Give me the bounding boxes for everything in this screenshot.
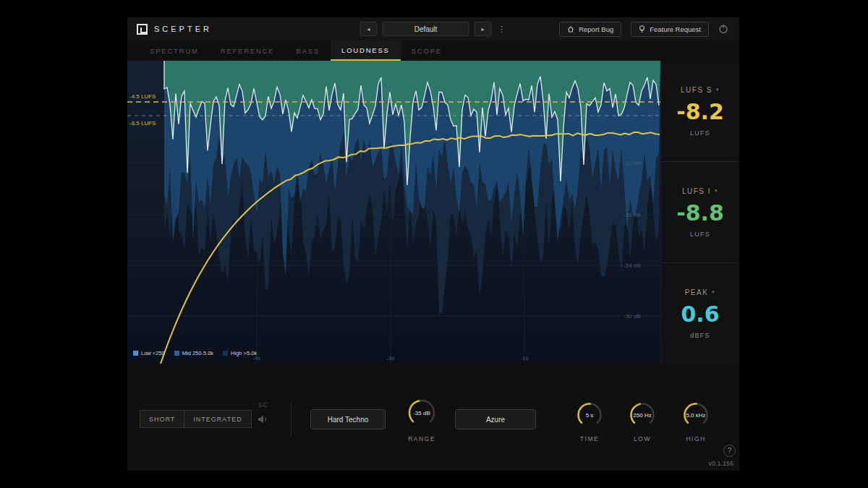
high-knob-value: 5.0 kHz bbox=[680, 399, 712, 431]
high-knob-label: HIGH bbox=[680, 435, 712, 442]
meter-peak-value: 0.6 bbox=[681, 301, 719, 327]
svg-text:-12 dB: -12 dB bbox=[624, 160, 641, 166]
mode-toggle: SHORT INTEGRATED bbox=[140, 410, 252, 428]
meter-lufs-s-selector[interactable]: LUFS S ▾ bbox=[681, 86, 720, 94]
sidechain-group: SC bbox=[255, 401, 272, 424]
svg-text:-24 dB: -24 dB bbox=[624, 262, 641, 269]
frequency-legend: Low <250 Mid 250-5.0k High >5.0k bbox=[133, 350, 257, 356]
speaker-icon[interactable] bbox=[258, 414, 269, 424]
svg-text:-1s: -1s bbox=[520, 355, 528, 361]
tab-reference[interactable]: REFERENCE bbox=[210, 40, 286, 61]
legend-item-low: Low <250 bbox=[133, 350, 165, 356]
preset-menu-button[interactable]: ⋮ bbox=[497, 22, 507, 36]
legend-swatch-high bbox=[223, 351, 228, 356]
integrated-mode-button[interactable]: INTEGRATED bbox=[184, 410, 251, 428]
preset-select[interactable]: Default bbox=[383, 22, 469, 36]
meter-peak-title: PEAK bbox=[685, 288, 709, 296]
meter-peak-selector[interactable]: PEAK ▾ bbox=[685, 288, 716, 296]
meter-lufs-s-unit: LUFS bbox=[690, 129, 710, 137]
chevron-down-icon: ▾ bbox=[712, 289, 715, 295]
genre-select[interactable]: Hard Techno bbox=[310, 409, 386, 429]
lower-threshold-label: -6.5 LUFS bbox=[129, 120, 156, 127]
version-label: v0.1.156 bbox=[708, 460, 733, 467]
range-knob-value: -35 dB bbox=[404, 395, 439, 430]
svg-text:-16 dB: -16 dB bbox=[624, 212, 641, 218]
legend-swatch-mid bbox=[174, 351, 179, 356]
chevron-down-icon: ▾ bbox=[716, 87, 720, 93]
meter-lufs-i-selector[interactable]: LUFS I ▾ bbox=[682, 187, 718, 195]
loudness-graph: -4.5 LUFS -6.5 LUFS -12 dB -16 dB -24 dB… bbox=[127, 61, 660, 364]
loudness-waveform: -4.5 LUFS -6.5 LUFS -12 dB -16 dB -24 dB… bbox=[127, 61, 660, 364]
legend-item-high: High >5.0k bbox=[223, 350, 257, 356]
bug-icon bbox=[567, 25, 574, 33]
meter-lufs-s: LUFS S ▾ -8.2 LUFS bbox=[661, 61, 739, 162]
divider bbox=[291, 401, 292, 436]
tab-scope[interactable]: SCOPE bbox=[401, 40, 453, 61]
preset-next-button[interactable]: ▸ bbox=[475, 22, 492, 36]
preset-navigator: ◂ Default ▸ ⋮ bbox=[360, 22, 507, 36]
range-knob-label: RANGE bbox=[404, 435, 439, 442]
meter-peak: PEAK ▾ 0.6 dBFS bbox=[661, 263, 739, 364]
high-knob[interactable]: 5.0 kHz bbox=[680, 399, 712, 431]
app-title: SCEPTER bbox=[154, 25, 212, 33]
time-knob-value: 5 s bbox=[574, 399, 605, 431]
top-bar: SCEPTER ◂ Default ▸ ⋮ Report Bug bbox=[127, 17, 739, 40]
legend-label-mid: Mid 250-5.0k bbox=[182, 350, 213, 356]
report-bug-label: Report Bug bbox=[579, 25, 613, 33]
feature-request-label: Feature Request bbox=[650, 25, 701, 33]
upper-threshold-label: -4.5 LUFS bbox=[129, 93, 156, 100]
legend-label-high: High >5.0k bbox=[231, 350, 257, 356]
time-knob[interactable]: 5 s bbox=[574, 399, 605, 431]
legend-item-mid: Mid 250-5.0k bbox=[174, 350, 213, 356]
meter-lufs-s-title: LUFS S bbox=[681, 86, 712, 94]
low-knob-value: 250 Hz bbox=[626, 399, 658, 431]
preset-prev-button[interactable]: ◂ bbox=[360, 22, 378, 36]
meter-lufs-i: LUFS I ▾ -8.8 LUFS bbox=[661, 162, 739, 263]
meter-sidebar: LUFS S ▾ -8.2 LUFS LUFS I ▾ -8.8 LUFS bbox=[660, 61, 739, 364]
help-button[interactable]: ? bbox=[723, 445, 736, 457]
meter-lufs-i-unit: LUFS bbox=[690, 231, 710, 238]
meter-peak-unit: dBFS bbox=[690, 332, 710, 339]
meter-lufs-s-value: -8.2 bbox=[676, 99, 724, 124]
topbar-actions: Report Bug Feature Request bbox=[559, 22, 739, 37]
x-axis-labels: -4s -3s -1s bbox=[252, 355, 528, 361]
feature-request-button[interactable]: Feature Request bbox=[631, 22, 709, 37]
plugin-window: SCEPTER ◂ Default ▸ ⋮ Report Bug bbox=[127, 17, 739, 471]
tab-bass[interactable]: BASS bbox=[286, 40, 331, 61]
svg-text:-30 dB: -30 dB bbox=[624, 313, 641, 320]
short-mode-button[interactable]: SHORT bbox=[140, 410, 184, 428]
legend-swatch-low bbox=[133, 351, 138, 356]
main-area: -4.5 LUFS -6.5 LUFS -12 dB -16 dB -24 dB… bbox=[127, 61, 739, 364]
range-knob[interactable]: -35 dB bbox=[404, 395, 439, 430]
chevron-down-icon: ▾ bbox=[715, 188, 718, 194]
brand: SCEPTER bbox=[127, 24, 212, 35]
sidechain-button[interactable]: SC bbox=[258, 401, 269, 408]
low-knob[interactable]: 250 Hz bbox=[626, 399, 658, 431]
control-panel: SHORT INTEGRATED SC Hard Techno -35 dB R… bbox=[127, 364, 739, 471]
meter-lufs-i-value: -8.8 bbox=[676, 200, 724, 226]
desktop-background: SCEPTER ◂ Default ▸ ⋮ Report Bug bbox=[0, 0, 868, 488]
meter-lufs-i-title: LUFS I bbox=[682, 187, 711, 195]
low-knob-label: LOW bbox=[626, 435, 658, 442]
svg-text:-3s: -3s bbox=[386, 355, 394, 361]
lightbulb-icon bbox=[639, 25, 645, 33]
power-icon[interactable] bbox=[718, 24, 728, 34]
tab-spectrum[interactable]: SPECTRUM bbox=[139, 40, 210, 61]
scepter-logo-icon bbox=[137, 24, 148, 35]
report-bug-button[interactable]: Report Bug bbox=[559, 22, 621, 37]
tab-bar: SPECTRUM REFERENCE BASS LOUDNESS SCOPE bbox=[127, 40, 739, 61]
theme-select[interactable]: Azure bbox=[455, 409, 536, 429]
time-knob-label: TIME bbox=[574, 435, 605, 442]
tab-loudness[interactable]: LOUDNESS bbox=[331, 40, 401, 61]
legend-label-low: Low <250 bbox=[141, 350, 165, 356]
